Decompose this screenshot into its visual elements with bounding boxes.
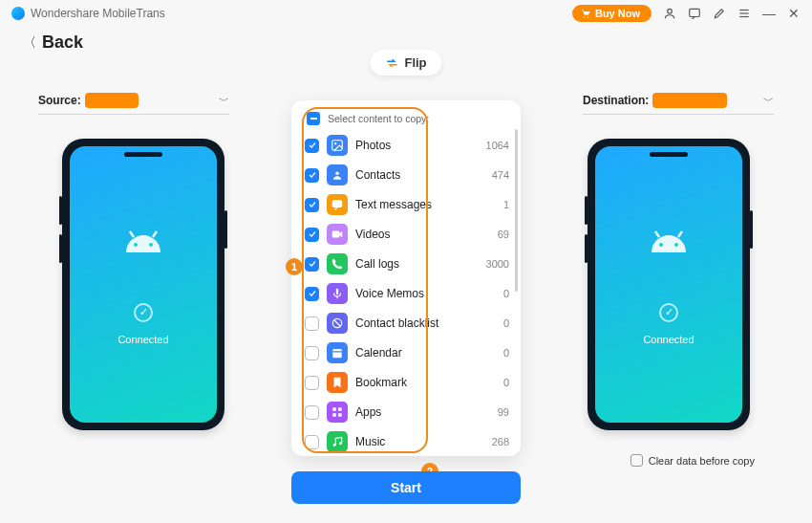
svg-point-12	[674, 243, 678, 247]
content-checkbox[interactable]	[305, 376, 319, 390]
back-chevron-icon[interactable]: 〈	[23, 34, 36, 52]
music-icon	[327, 431, 348, 452]
content-count: 1	[503, 199, 513, 210]
content-row-videos[interactable]: Videos69	[305, 222, 513, 247]
cart-icon	[580, 8, 591, 19]
chevron-down-icon[interactable]: ﹀	[219, 94, 229, 108]
content-row-calllog[interactable]: Call logs3000	[305, 251, 513, 276]
buy-now-label: Buy Now	[595, 8, 640, 19]
app-title: Wondershare MobileTrans	[31, 7, 165, 20]
destination-selector[interactable]: Destination: ﹀	[583, 93, 774, 115]
svg-point-8	[149, 243, 153, 247]
buy-now-button[interactable]: Buy Now	[572, 5, 652, 22]
blacklist-icon	[327, 313, 348, 334]
content-checkbox[interactable]	[305, 198, 319, 212]
content-checkbox[interactable]	[305, 257, 319, 272]
content-row-voice[interactable]: Voice Memos0	[305, 281, 513, 306]
content-count: 69	[498, 229, 513, 240]
svg-rect-18	[332, 200, 343, 207]
svg-line-10	[153, 231, 157, 237]
svg-point-2	[668, 9, 673, 13]
content-row-blacklist[interactable]: Contact blacklist0	[305, 311, 513, 336]
svg-line-14	[678, 231, 682, 237]
svg-rect-3	[690, 9, 700, 16]
account-icon[interactable]	[663, 7, 676, 20]
svg-rect-27	[332, 413, 336, 417]
select-all-checkbox[interactable]	[307, 112, 320, 125]
source-status: Connected	[118, 334, 168, 345]
content-checkbox[interactable]	[305, 316, 319, 331]
destination-phone: ✓ Connected	[588, 139, 750, 430]
start-label: Start	[391, 480, 421, 495]
menu-icon[interactable]	[737, 7, 751, 20]
content-label: Contacts	[355, 168, 400, 182]
svg-point-29	[333, 444, 336, 447]
android-icon	[120, 225, 166, 253]
bookmark-icon	[327, 372, 348, 393]
content-row-sms[interactable]: Text messages1	[305, 192, 513, 217]
content-row-music[interactable]: Music268	[305, 429, 513, 454]
content-checkbox[interactable]	[305, 346, 319, 360]
content-checkbox[interactable]	[305, 168, 319, 183]
scrollbar[interactable]	[515, 129, 518, 292]
content-row-calendar[interactable]: Calendar0	[305, 340, 513, 365]
content-label: Bookmark	[355, 376, 407, 389]
flip-icon	[385, 56, 398, 70]
feedback-icon[interactable]	[688, 7, 701, 20]
content-row-apps[interactable]: Apps99	[305, 400, 513, 425]
source-phone: ✓ Connected	[62, 139, 224, 430]
annotation-badge-1: 1	[286, 258, 303, 275]
check-icon: ✓	[134, 303, 153, 322]
svg-line-13	[655, 231, 659, 237]
flip-label: Flip	[404, 55, 426, 70]
content-checkbox[interactable]	[305, 405, 319, 420]
svg-line-22	[334, 320, 341, 327]
apps-icon	[327, 402, 348, 423]
source-label: Source:	[38, 94, 81, 107]
svg-rect-15	[332, 141, 343, 151]
calendar-icon	[327, 342, 348, 363]
content-checkbox[interactable]	[305, 287, 319, 301]
content-checkbox[interactable]	[305, 139, 319, 153]
content-label: Contact blacklist	[355, 316, 438, 330]
svg-line-9	[130, 231, 134, 237]
content-checkbox[interactable]	[305, 435, 319, 449]
content-count: 0	[503, 288, 513, 299]
content-row-bookmark[interactable]: Bookmark0	[305, 370, 513, 395]
svg-point-0	[584, 16, 586, 18]
content-label: Calendar	[355, 346, 402, 360]
svg-rect-25	[332, 407, 336, 411]
content-row-photos[interactable]: Photos1064	[305, 133, 513, 158]
clear-data-checkbox[interactable]	[630, 454, 643, 467]
destination-device-name	[652, 93, 727, 108]
source-selector[interactable]: Source: ﹀	[38, 93, 229, 115]
edit-icon[interactable]	[713, 7, 726, 20]
videos-icon	[327, 224, 348, 245]
content-row-contacts[interactable]: Contacts474	[305, 163, 513, 187]
svg-point-16	[334, 142, 336, 144]
svg-point-11	[659, 243, 663, 247]
select-header-label: Select content to copy:	[328, 113, 429, 124]
minimize-button[interactable]: —	[762, 7, 776, 20]
svg-point-30	[339, 442, 342, 445]
content-count: 1064	[486, 140, 513, 151]
svg-rect-20	[336, 289, 338, 294]
svg-point-7	[134, 243, 138, 247]
content-count: 268	[492, 436, 513, 447]
close-button[interactable]: ✕	[787, 7, 801, 20]
flip-button[interactable]: Flip	[370, 50, 441, 76]
content-label: Call logs	[355, 257, 399, 271]
svg-rect-28	[338, 413, 342, 417]
voice-icon	[327, 283, 348, 304]
clear-data-option[interactable]: Clear data before copy	[630, 454, 755, 467]
content-count: 0	[503, 317, 513, 329]
content-label: Music	[355, 435, 385, 448]
start-button[interactable]: Start	[291, 471, 521, 504]
content-checkbox[interactable]	[305, 228, 319, 242]
chevron-down-icon[interactable]: ﹀	[763, 94, 774, 108]
content-label: Text messages	[355, 198, 432, 211]
back-button[interactable]: Back	[42, 33, 83, 53]
content-count: 99	[498, 406, 513, 418]
content-label: Apps	[355, 405, 381, 419]
svg-rect-26	[338, 407, 342, 411]
